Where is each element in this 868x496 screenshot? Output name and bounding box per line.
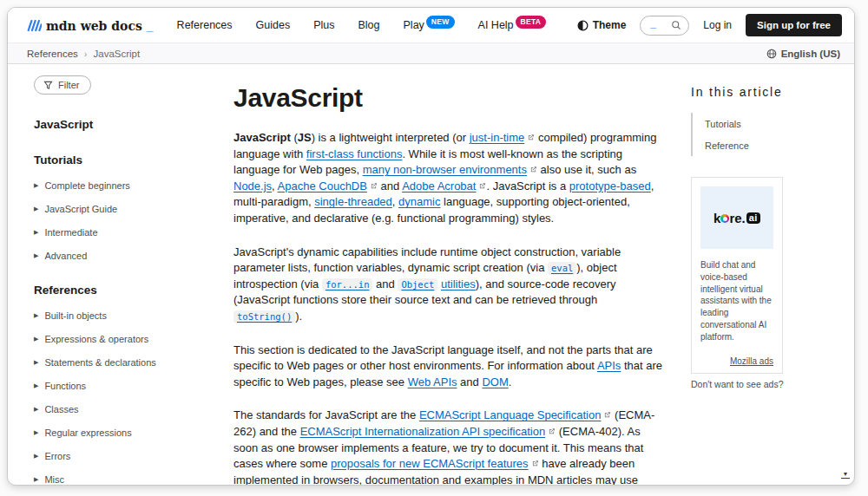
kore-ai-badge: ai bbox=[746, 212, 760, 224]
mozilla-ads-link[interactable]: Mozilla ads bbox=[730, 356, 773, 366]
primary-nav: ReferencesGuidesPlusBlogPlayNEWAI HelpBE… bbox=[177, 19, 547, 32]
expand-triangle-icon: ▶ bbox=[34, 206, 38, 212]
article-link-ecmascript-internationalization-api-specification[interactable]: ECMAScript Internationalization API spec… bbox=[300, 425, 546, 438]
breadcrumb-javascript[interactable]: JavaScript bbox=[93, 49, 140, 59]
article-link-utilities[interactable]: utilities bbox=[441, 277, 476, 290]
search-input[interactable]: _ bbox=[640, 16, 689, 36]
external-link-icon bbox=[531, 457, 539, 470]
sidebar-item-javascript-guide[interactable]: ▶JavaScript Guide bbox=[34, 204, 229, 214]
nav-item-ai-help[interactable]: AI HelpBETA bbox=[478, 19, 547, 32]
sidebar-item-expressions-operators[interactable]: ▶Expressions & operators bbox=[34, 334, 229, 344]
page-content: Filter JavaScript Tutorials▶Complete beg… bbox=[8, 64, 854, 485]
sidebar-item-advanced[interactable]: ▶Advanced bbox=[34, 251, 229, 261]
sidebar-item-label: Expressions & operators bbox=[44, 334, 148, 344]
article-link-node-js[interactable]: Node.js bbox=[233, 179, 272, 193]
sidebar-item-label: Built-in objects bbox=[44, 310, 107, 321]
expand-triangle-icon: ▶ bbox=[34, 229, 38, 236]
nav-item-play[interactable]: PlayNEW bbox=[404, 19, 455, 32]
external-link-icon bbox=[603, 408, 611, 421]
expand-triangle-icon: ▶ bbox=[34, 453, 38, 460]
ad-dismiss-link[interactable]: Don't want to see ads? bbox=[691, 379, 843, 389]
expand-triangle-icon: ▶ bbox=[34, 312, 38, 319]
article-link-for-in[interactable]: for...in bbox=[322, 278, 373, 291]
nav-badge-play: NEW bbox=[426, 16, 455, 29]
article-link-adobe-acrobat[interactable]: Adobe Acrobat bbox=[402, 179, 476, 193]
sidebar-item-label: Regular expressions bbox=[44, 427, 131, 438]
article-link-first-class-functions[interactable]: first-class functions bbox=[306, 147, 403, 160]
filter-icon bbox=[43, 81, 53, 90]
ad-box: k re. ai Build chat and voice-based inte… bbox=[691, 177, 783, 374]
sidebar-item-label: JavaScript Guide bbox=[44, 204, 117, 214]
article-link-ecmascript-language-specification[interactable]: ECMAScript Language Specification bbox=[419, 408, 602, 421]
article-link-prototype-based[interactable]: prototype-based bbox=[569, 179, 651, 193]
sidebar-item-regular-expressions[interactable]: ▶Regular expressions bbox=[34, 427, 229, 438]
nav-item-guides[interactable]: Guides bbox=[256, 19, 291, 31]
breadcrumb-bar: References › JavaScript English (US) bbox=[8, 42, 854, 64]
toc-item-reference[interactable]: Reference bbox=[705, 134, 843, 156]
nav-item-blog[interactable]: Blog bbox=[358, 19, 379, 31]
article-link-dom[interactable]: DOM bbox=[482, 375, 508, 388]
sidebar-item-functions[interactable]: ▶Functions bbox=[34, 381, 229, 391]
sidebar-item-misc[interactable]: ▶Misc bbox=[34, 474, 229, 485]
header-actions: Theme _ Log in Sign up for free bbox=[577, 14, 842, 36]
login-button[interactable]: Log in bbox=[703, 19, 732, 31]
article-link-just-in-time[interactable]: just-in-time bbox=[470, 131, 525, 144]
theme-half-circle-icon bbox=[577, 20, 589, 31]
article-link-proposals-for-new-ecmascript-features[interactable]: proposals for new ECMAScript features bbox=[331, 457, 529, 470]
article-link-tostring[interactable]: toString() bbox=[233, 310, 295, 323]
filter-label: Filter bbox=[58, 80, 79, 90]
toc-list: TutorialsReference bbox=[691, 113, 843, 156]
sidebar-item-complete-beginners[interactable]: ▶Complete beginners bbox=[34, 180, 229, 191]
ad-text: Build chat and voice-based intelligent v… bbox=[700, 259, 773, 343]
article-link-single-threaded[interactable]: single-threaded bbox=[314, 195, 392, 208]
signup-button[interactable]: Sign up for free bbox=[746, 14, 842, 36]
article-link-many-non-browser-environments[interactable]: many non-browser environments bbox=[363, 163, 527, 176]
page-title: JavaScript bbox=[233, 83, 667, 113]
external-link-icon bbox=[478, 179, 486, 193]
nav-item-references[interactable]: References bbox=[177, 19, 233, 31]
filter-button[interactable]: Filter bbox=[34, 75, 91, 95]
mdn-logo-cursor: _ bbox=[147, 19, 153, 33]
bold-text: JavaScript bbox=[233, 131, 291, 144]
breadcrumb-references[interactable]: References bbox=[27, 49, 78, 59]
ad-image[interactable]: k re. ai bbox=[700, 186, 773, 249]
article-link-eval[interactable]: eval bbox=[548, 262, 576, 275]
article-link-apis[interactable]: APIs bbox=[597, 359, 621, 372]
toc-item-tutorials[interactable]: Tutorials bbox=[705, 113, 843, 134]
expand-triangle-icon: ▶ bbox=[34, 359, 38, 366]
sidebar-item-classes[interactable]: ▶Classes bbox=[34, 404, 229, 414]
kore-ring-icon bbox=[720, 214, 729, 223]
sidebar-item-label: Errors bbox=[44, 451, 70, 461]
language-selector[interactable]: English (US) bbox=[766, 49, 840, 59]
article-link-object[interactable]: Object bbox=[398, 278, 437, 291]
left-sidebar: Filter JavaScript Tutorials▶Complete beg… bbox=[34, 64, 229, 486]
scroll-down-icon[interactable]: ▼ bbox=[841, 471, 850, 479]
article-main: JavaScript JavaScript (JS) is a lightwei… bbox=[233, 64, 667, 486]
sidebar-item-built-in-objects[interactable]: ▶Built-in objects bbox=[34, 310, 229, 321]
sidebar-item-statements-declarations[interactable]: ▶Statements & declarations bbox=[34, 357, 229, 368]
article-link-dynamic[interactable]: dynamic bbox=[398, 195, 440, 208]
sidebar-sections: Tutorials▶Complete beginners▶JavaScript … bbox=[34, 153, 229, 485]
mdn-logo-text: mdn web docs bbox=[46, 19, 142, 33]
right-rail: In this article TutorialsReference k re.… bbox=[691, 64, 843, 389]
theme-label: Theme bbox=[593, 19, 627, 31]
sidebar-item-intermediate[interactable]: ▶Intermediate bbox=[34, 227, 229, 238]
article-link-apache-couchdb[interactable]: Apache CouchDB bbox=[278, 179, 367, 193]
theme-toggle-button[interactable]: Theme bbox=[577, 19, 627, 31]
nav-item-plus[interactable]: Plus bbox=[313, 19, 334, 31]
external-link-icon bbox=[548, 425, 556, 438]
sidebar-item-errors[interactable]: ▶Errors bbox=[34, 451, 229, 461]
sidebar-heading-references: References bbox=[34, 284, 229, 297]
mdn-logo[interactable]: mdn web docs _ bbox=[27, 17, 153, 33]
expand-triangle-icon: ▶ bbox=[34, 252, 38, 259]
sidebar-item-label: Statements & declarations bbox=[44, 357, 155, 368]
nav-badge-ai-help: BETA bbox=[516, 16, 547, 29]
sidebar-title[interactable]: JavaScript bbox=[34, 118, 229, 131]
expand-triangle-icon: ▶ bbox=[34, 382, 38, 389]
external-link-icon bbox=[529, 163, 537, 176]
expand-triangle-icon: ▶ bbox=[34, 476, 38, 483]
expand-triangle-icon: ▶ bbox=[34, 336, 38, 343]
toc-heading: In this article bbox=[691, 85, 843, 99]
article-paragraph: This section is dedicated to the JavaScr… bbox=[233, 343, 667, 391]
article-link-web-apis[interactable]: Web APIs bbox=[408, 375, 457, 388]
